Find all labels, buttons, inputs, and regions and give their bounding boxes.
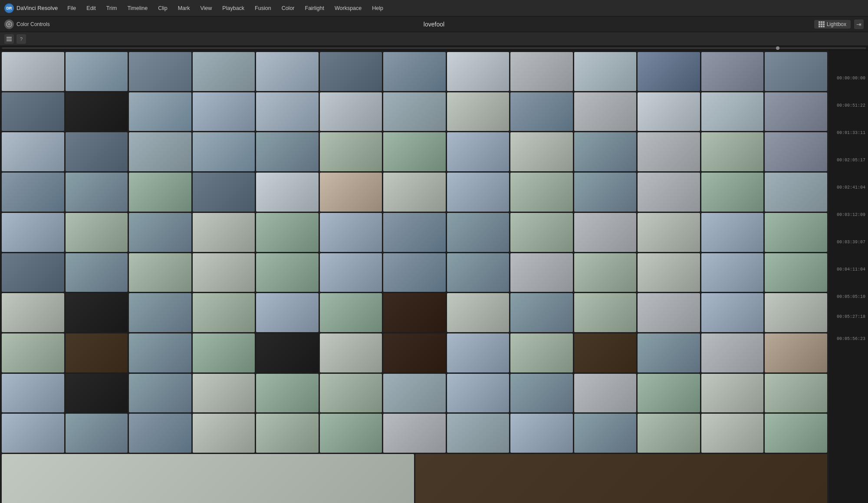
exit-button[interactable]: ⇥: [854, 20, 864, 29]
thumb-85[interactable]: [383, 293, 446, 332]
thumb-21[interactable]: [447, 92, 510, 131]
scroll-track[interactable]: [2, 47, 866, 49]
thumb-78[interactable]: [765, 253, 827, 292]
thumb-75[interactable]: [574, 253, 637, 292]
thumb-60[interactable]: [447, 213, 510, 252]
lightbox-button[interactable]: Lightbox: [814, 20, 851, 29]
thumb-69[interactable]: [193, 253, 255, 292]
thumb-94[interactable]: [129, 333, 191, 372]
thumb-44[interactable]: [256, 173, 319, 212]
menu-clip[interactable]: Clip: [154, 3, 172, 13]
thumb-83[interactable]: [256, 293, 319, 332]
thumb-108[interactable]: [193, 374, 255, 413]
thumb-96[interactable]: [256, 333, 319, 372]
menu-icon-button[interactable]: [4, 34, 14, 44]
thumb-52[interactable]: [765, 173, 827, 212]
thumb-61[interactable]: [510, 213, 573, 252]
thumb-46[interactable]: [383, 173, 446, 212]
thumb-39[interactable]: [765, 132, 827, 171]
thumb-32[interactable]: [320, 132, 382, 171]
thumb-98[interactable]: [383, 333, 446, 372]
menu-trim[interactable]: Trim: [102, 3, 122, 13]
thumb-102[interactable]: [638, 333, 700, 372]
thumb-109[interactable]: [256, 374, 319, 413]
thumb-5[interactable]: [256, 52, 319, 91]
thumb-121[interactable]: [193, 414, 255, 453]
thumb-88[interactable]: [574, 293, 637, 332]
thumb-72[interactable]: [383, 253, 446, 292]
thumb-132[interactable]: [415, 454, 828, 503]
menu-file[interactable]: File: [63, 3, 80, 13]
thumb-89[interactable]: [638, 293, 700, 332]
menu-playback[interactable]: Playback: [218, 3, 249, 13]
thumb-118[interactable]: [2, 414, 64, 453]
thumb-16[interactable]: [129, 92, 191, 131]
thumb-77[interactable]: [701, 253, 764, 292]
thumb-99[interactable]: [447, 333, 510, 372]
thumb-33[interactable]: [383, 132, 446, 171]
thumb-4[interactable]: [193, 52, 255, 91]
thumb-22[interactable]: [510, 92, 573, 131]
thumb-29[interactable]: [129, 132, 191, 171]
thumb-107[interactable]: [129, 374, 191, 413]
help-icon-button[interactable]: ?: [16, 34, 26, 44]
thumb-66[interactable]: [2, 253, 64, 292]
thumb-9[interactable]: [510, 52, 573, 91]
thumb-126[interactable]: [510, 414, 573, 453]
thumb-82[interactable]: [193, 293, 255, 332]
thumb-79[interactable]: [2, 293, 64, 332]
thumb-2[interactable]: [66, 52, 128, 91]
thumb-65[interactable]: [765, 213, 827, 252]
thumb-27[interactable]: [2, 132, 64, 171]
thumb-124[interactable]: [383, 414, 446, 453]
thumb-84[interactable]: [320, 293, 382, 332]
thumb-56-selected[interactable]: [193, 213, 255, 252]
thumb-36[interactable]: [574, 132, 637, 171]
thumb-17[interactable]: [193, 92, 255, 131]
thumb-50[interactable]: [638, 173, 700, 212]
menu-color[interactable]: Color: [277, 3, 299, 13]
thumb-15[interactable]: [66, 92, 128, 131]
menu-edit[interactable]: Edit: [82, 3, 100, 13]
thumb-1[interactable]: [2, 52, 64, 91]
thumb-30[interactable]: [193, 132, 255, 171]
thumb-68[interactable]: [129, 253, 191, 292]
thumb-70[interactable]: [256, 253, 319, 292]
thumb-45[interactable]: [320, 173, 382, 212]
thumb-87[interactable]: [510, 293, 573, 332]
menu-fairlight[interactable]: Fairlight: [301, 3, 329, 13]
thumb-122[interactable]: [256, 414, 319, 453]
thumb-101[interactable]: [574, 333, 637, 372]
thumb-19[interactable]: [320, 92, 382, 131]
menu-workspace[interactable]: Workspace: [330, 3, 366, 13]
thumb-8[interactable]: [447, 52, 510, 91]
thumb-117[interactable]: [765, 374, 827, 413]
thumb-49[interactable]: [574, 173, 637, 212]
thumb-127[interactable]: [574, 414, 637, 453]
thumb-91[interactable]: [765, 293, 827, 332]
thumb-37[interactable]: [638, 132, 700, 171]
thumb-7[interactable]: [383, 52, 446, 91]
thumb-20[interactable]: [383, 92, 446, 131]
thumb-111[interactable]: [383, 374, 446, 413]
thumb-113[interactable]: [510, 374, 573, 413]
thumb-47[interactable]: [447, 173, 510, 212]
thumb-57[interactable]: [256, 213, 319, 252]
menu-help[interactable]: Help: [368, 3, 388, 13]
thumb-100[interactable]: [510, 333, 573, 372]
thumb-104[interactable]: [765, 333, 827, 372]
thumb-43[interactable]: [193, 173, 255, 212]
thumb-23[interactable]: [574, 92, 637, 131]
scroll-thumb[interactable]: [776, 46, 779, 50]
thumb-80[interactable]: [66, 293, 128, 332]
thumb-114[interactable]: [574, 374, 637, 413]
thumb-105[interactable]: [2, 374, 64, 413]
thumb-38[interactable]: [701, 132, 764, 171]
thumb-81[interactable]: [129, 293, 191, 332]
menu-timeline[interactable]: Timeline: [123, 3, 152, 13]
thumb-90[interactable]: [701, 293, 764, 332]
thumb-12[interactable]: [701, 52, 764, 91]
thumb-31[interactable]: [256, 132, 319, 171]
thumb-18[interactable]: [256, 92, 319, 131]
menu-fusion[interactable]: Fusion: [250, 3, 276, 13]
